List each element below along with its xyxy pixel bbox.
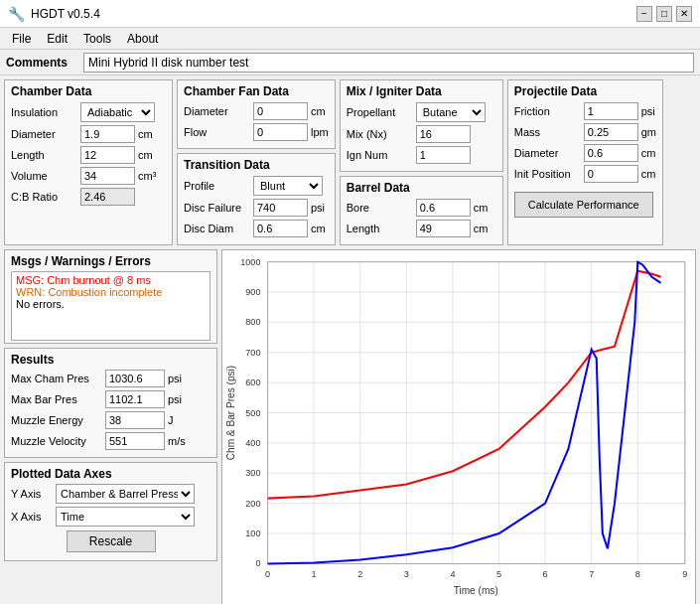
chamber-volume-input[interactable] (80, 167, 135, 185)
mass-input[interactable] (584, 123, 638, 141)
chamber-fan-data-panel: Chamber Fan Data Diameter cm Flow lpm (177, 79, 336, 149)
menu-edit[interactable]: Edit (39, 30, 75, 48)
bore-input[interactable] (416, 199, 471, 217)
barrel-length-unit: cm (474, 223, 489, 234)
y-axis-select[interactable]: Chamber & Barrel Pressur... (56, 484, 195, 504)
svg-text:100: 100 (245, 528, 260, 538)
chamber-length-input[interactable] (80, 146, 135, 164)
proj-diameter-label: Diameter (514, 147, 584, 159)
plotted-axes-panel: Plotted Data Axes Y Axis Chamber & Barre… (4, 462, 217, 561)
svg-text:200: 200 (245, 499, 260, 509)
muzzle-velocity-input[interactable] (105, 432, 165, 450)
menu-about[interactable]: About (119, 30, 166, 48)
proj-diameter-input[interactable] (584, 144, 638, 162)
chart-svg: 0 100 200 300 400 500 600 700 800 900 10… (222, 250, 695, 604)
disc-diam-label: Disc Diam (184, 223, 253, 234)
x-axis-label: X Axis (11, 511, 56, 523)
svg-text:500: 500 (245, 408, 260, 418)
svg-text:700: 700 (245, 348, 260, 358)
results-title: Results (11, 353, 210, 367)
svg-text:Chm & Bar Pres (psi): Chm & Bar Pres (psi) (225, 366, 236, 461)
insulation-label: Insulation (11, 106, 80, 118)
maximize-button[interactable]: □ (656, 6, 672, 22)
msgs-content: MSG: Chm burnout @ 8 ms WRN: Combustion … (11, 271, 210, 341)
svg-text:600: 600 (245, 378, 260, 387)
window-controls: − □ ✕ (636, 6, 692, 22)
insulation-select[interactable]: Adiabatic (80, 102, 155, 122)
svg-text:0: 0 (265, 569, 270, 579)
propellant-select[interactable]: Butane (416, 102, 486, 122)
barrel-length-label: Length (347, 223, 416, 234)
muzzle-energy-input[interactable] (105, 411, 165, 429)
x-axis-select[interactable]: Time (56, 507, 195, 527)
svg-text:0: 0 (255, 558, 260, 568)
cb-ratio-input[interactable] (80, 188, 135, 206)
msg-3: No errors. (16, 298, 206, 310)
main-content: Chamber Data Insulation Adiabatic Diamet… (0, 76, 700, 604)
svg-text:8: 8 (635, 569, 640, 579)
svg-text:800: 800 (245, 317, 260, 327)
mix-nx-label: Mix (Nx) (347, 128, 416, 140)
fan-transition-col: Chamber Fan Data Diameter cm Flow lpm Tr… (177, 79, 336, 245)
muzzle-velocity-label: Muzzle Velocity (11, 435, 105, 447)
svg-text:6: 6 (543, 569, 548, 579)
cb-ratio-label: C:B Ratio (11, 191, 80, 203)
mix-igniter-panel: Mix / Igniter Data Propellant Butane Mix… (340, 79, 503, 172)
mass-unit: gm (641, 126, 656, 138)
projectile-data-panel: Projectile Data Friction psi Mass gm Dia… (507, 79, 663, 245)
disc-failure-input[interactable] (253, 199, 308, 217)
projectile-data-title: Projectile Data (514, 84, 656, 98)
profile-select[interactable]: Blunt (253, 176, 323, 196)
svg-text:7: 7 (589, 569, 594, 579)
calculate-performance-button[interactable]: Calculate Performance (514, 192, 653, 218)
close-button[interactable]: ✕ (676, 6, 692, 22)
max-bar-pres-input[interactable] (105, 390, 165, 408)
chamber-fan-title: Chamber Fan Data (184, 84, 329, 98)
bore-label: Bore (347, 202, 416, 214)
ign-num-input[interactable] (416, 146, 471, 164)
max-cham-pres-input[interactable] (105, 370, 165, 387)
chamber-volume-label: Volume (11, 170, 80, 182)
max-bar-pres-label: Max Bar Pres (11, 393, 105, 405)
proj-diameter-unit: cm (641, 147, 656, 159)
friction-label: Friction (514, 105, 584, 117)
fan-flow-input[interactable] (253, 123, 308, 141)
app-title: HGDT v0.5.4 (31, 7, 100, 21)
chamber-diameter-label: Diameter (11, 128, 80, 140)
msg-1: MSG: Chm burnout @ 8 ms (16, 274, 206, 286)
chamber-diameter-input[interactable] (80, 125, 135, 143)
plotted-axes-title: Plotted Data Axes (11, 467, 210, 481)
comments-input[interactable] (83, 53, 694, 73)
rescale-button[interactable]: Rescale (67, 530, 156, 552)
svg-text:1: 1 (312, 569, 317, 579)
bottom-section: Msgs / Warnings / Errors MSG: Chm burnou… (4, 249, 696, 604)
msgs-panel: Msgs / Warnings / Errors MSG: Chm burnou… (4, 249, 217, 344)
max-cham-pres-label: Max Cham Pres (11, 373, 105, 384)
mix-nx-input[interactable] (416, 125, 471, 143)
barrel-data-panel: Barrel Data Bore cm Length cm (340, 176, 503, 245)
chamber-diameter-unit: cm (138, 128, 153, 140)
chamber-data-title: Chamber Data (11, 84, 166, 98)
fan-diameter-input[interactable] (253, 102, 308, 120)
friction-input[interactable] (584, 102, 638, 120)
disc-failure-label: Disc Failure (184, 202, 253, 214)
mix-igniter-title: Mix / Igniter Data (347, 84, 496, 98)
init-position-label: Init Position (514, 168, 584, 180)
bore-unit: cm (474, 202, 489, 214)
fan-diameter-unit: cm (311, 105, 326, 117)
barrel-length-input[interactable] (416, 220, 471, 237)
svg-text:300: 300 (245, 468, 260, 478)
disc-failure-unit: psi (311, 202, 325, 214)
disc-diam-input[interactable] (253, 220, 308, 237)
max-bar-pres-unit: psi (168, 393, 182, 405)
fan-flow-label: Flow (184, 126, 253, 138)
menu-file[interactable]: File (4, 30, 39, 48)
minimize-button[interactable]: − (636, 6, 652, 22)
muzzle-energy-label: Muzzle Energy (11, 414, 105, 426)
muzzle-velocity-unit: m/s (168, 435, 186, 447)
max-cham-pres-unit: psi (168, 373, 182, 384)
menu-tools[interactable]: Tools (75, 30, 119, 48)
svg-text:400: 400 (245, 438, 260, 448)
init-position-input[interactable] (584, 165, 638, 183)
muzzle-energy-unit: J (168, 414, 174, 426)
